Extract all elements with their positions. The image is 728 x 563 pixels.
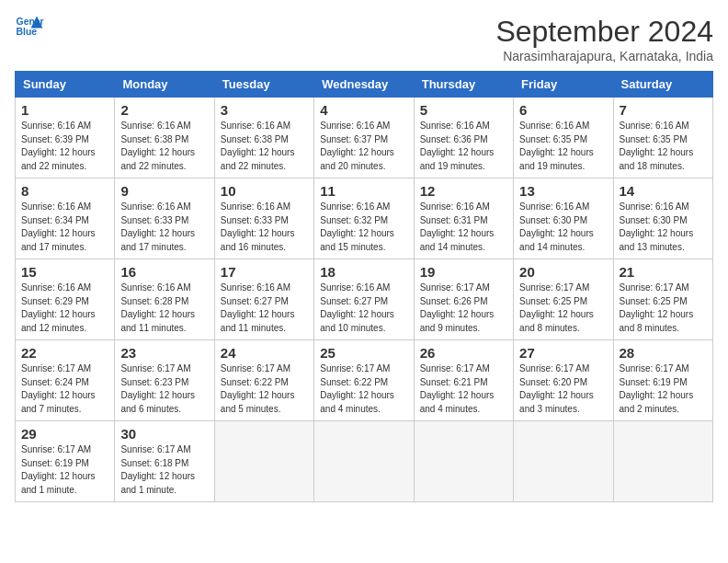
day-cell: 6 Sunrise: 6:16 AM Sunset: 6:35 PM Dayli…	[514, 98, 613, 178]
logo: General Blue	[15, 15, 44, 40]
sunrise: Sunrise: 6:16 AM	[120, 121, 190, 131]
day-number: 28	[620, 345, 707, 361]
sunset: Sunset: 6:22 PM	[320, 377, 388, 387]
day-cell: 16 Sunrise: 6:16 AM Sunset: 6:28 PM Dayl…	[115, 259, 214, 340]
day-number: 12	[420, 183, 507, 199]
sunrise: Sunrise: 6:17 AM	[420, 282, 490, 293]
header-cell-sunday: Sunday	[16, 72, 115, 98]
daylight: Daylight: 12 hours and 20 minutes.	[320, 147, 394, 171]
day-info: Sunrise: 6:17 AM Sunset: 6:22 PM Dayligh…	[320, 362, 407, 416]
day-number: 21	[620, 264, 707, 280]
sunrise: Sunrise: 6:17 AM	[120, 363, 190, 373]
day-number: 25	[320, 345, 407, 361]
day-info: Sunrise: 6:16 AM Sunset: 6:29 PM Dayligh…	[21, 282, 108, 335]
day-number: 26	[420, 345, 507, 361]
daylight: Daylight: 12 hours and 1 minute.	[120, 471, 195, 495]
header-row: SundayMondayTuesdayWednesdayThursdayFrid…	[16, 72, 713, 98]
sunset: Sunset: 6:25 PM	[620, 296, 688, 306]
daylight: Daylight: 12 hours and 17 minutes.	[120, 228, 195, 252]
week-row-3: 15 Sunrise: 6:16 AM Sunset: 6:29 PM Dayl…	[16, 259, 713, 340]
day-cell: 4 Sunrise: 6:16 AM Sunset: 6:37 PM Dayli…	[314, 98, 414, 178]
daylight: Daylight: 12 hours and 19 minutes.	[420, 147, 495, 171]
day-cell: 30 Sunrise: 6:17 AM Sunset: 6:18 PM Dayl…	[115, 421, 214, 502]
day-info: Sunrise: 6:17 AM Sunset: 6:25 PM Dayligh…	[519, 282, 607, 335]
sunrise: Sunrise: 6:16 AM	[320, 121, 390, 131]
day-number: 20	[519, 264, 607, 280]
day-cell: 23 Sunrise: 6:17 AM Sunset: 6:23 PM Dayl…	[115, 340, 214, 421]
sunrise: Sunrise: 6:17 AM	[21, 444, 91, 454]
daylight: Daylight: 12 hours and 3 minutes.	[519, 390, 594, 414]
day-number: 13	[519, 183, 607, 199]
day-number: 19	[420, 264, 507, 280]
header-cell-wednesday: Wednesday	[314, 72, 414, 98]
sunset: Sunset: 6:19 PM	[21, 458, 89, 468]
header-cell-saturday: Saturday	[613, 72, 712, 98]
day-cell: 17 Sunrise: 6:16 AM Sunset: 6:27 PM Dayl…	[214, 259, 313, 340]
sunset: Sunset: 6:25 PM	[519, 296, 587, 306]
sunrise: Sunrise: 6:16 AM	[320, 201, 390, 212]
daylight: Daylight: 12 hours and 5 minutes.	[221, 390, 295, 414]
sunrise: Sunrise: 6:16 AM	[21, 282, 91, 293]
day-info: Sunrise: 6:16 AM Sunset: 6:28 PM Dayligh…	[120, 282, 208, 335]
day-cell: 24 Sunrise: 6:17 AM Sunset: 6:22 PM Dayl…	[214, 340, 313, 421]
sunrise: Sunrise: 6:16 AM	[21, 121, 91, 131]
sunset: Sunset: 6:37 PM	[320, 134, 388, 144]
daylight: Daylight: 12 hours and 22 minutes.	[120, 147, 195, 171]
sunrise: Sunrise: 6:16 AM	[221, 201, 290, 212]
sunset: Sunset: 6:39 PM	[21, 134, 89, 144]
sunrise: Sunrise: 6:16 AM	[21, 201, 91, 212]
location: Narasimharajapura, Karnataka, India	[495, 49, 713, 63]
day-cell: 15 Sunrise: 6:16 AM Sunset: 6:29 PM Dayl…	[16, 259, 115, 340]
day-info: Sunrise: 6:16 AM Sunset: 6:35 PM Dayligh…	[620, 120, 707, 173]
sunset: Sunset: 6:35 PM	[620, 134, 688, 144]
sunset: Sunset: 6:33 PM	[120, 215, 188, 225]
sunset: Sunset: 6:20 PM	[519, 377, 587, 387]
sunrise: Sunrise: 6:16 AM	[221, 282, 290, 293]
daylight: Daylight: 12 hours and 22 minutes.	[21, 147, 96, 171]
day-number: 14	[620, 183, 707, 199]
day-info: Sunrise: 6:16 AM Sunset: 6:39 PM Dayligh…	[21, 120, 108, 173]
day-info: Sunrise: 6:17 AM Sunset: 6:24 PM Dayligh…	[21, 362, 108, 416]
day-number: 7	[620, 102, 707, 118]
day-cell	[214, 421, 313, 502]
day-number: 27	[519, 345, 607, 361]
daylight: Daylight: 12 hours and 7 minutes.	[21, 390, 96, 414]
day-cell: 11 Sunrise: 6:16 AM Sunset: 6:32 PM Dayl…	[314, 178, 414, 259]
day-info: Sunrise: 6:16 AM Sunset: 6:38 PM Dayligh…	[221, 120, 308, 173]
daylight: Daylight: 12 hours and 15 minutes.	[320, 228, 394, 252]
day-cell: 19 Sunrise: 6:17 AM Sunset: 6:26 PM Dayl…	[414, 259, 513, 340]
week-row-5: 29 Sunrise: 6:17 AM Sunset: 6:19 PM Dayl…	[16, 421, 713, 502]
day-cell: 14 Sunrise: 6:16 AM Sunset: 6:30 PM Dayl…	[613, 178, 712, 259]
sunset: Sunset: 6:27 PM	[221, 296, 289, 306]
day-cell: 29 Sunrise: 6:17 AM Sunset: 6:19 PM Dayl…	[16, 421, 115, 502]
day-cell: 28 Sunrise: 6:17 AM Sunset: 6:19 PM Dayl…	[613, 340, 712, 421]
sunrise: Sunrise: 6:17 AM	[620, 363, 689, 373]
sunset: Sunset: 6:30 PM	[620, 215, 688, 225]
day-number: 4	[320, 102, 407, 118]
day-cell: 7 Sunrise: 6:16 AM Sunset: 6:35 PM Dayli…	[613, 98, 712, 178]
sunset: Sunset: 6:38 PM	[221, 134, 289, 144]
day-cell: 2 Sunrise: 6:16 AM Sunset: 6:38 PM Dayli…	[115, 98, 214, 178]
sunrise: Sunrise: 6:17 AM	[21, 363, 91, 373]
day-info: Sunrise: 6:16 AM Sunset: 6:30 PM Dayligh…	[519, 201, 607, 254]
sunset: Sunset: 6:35 PM	[519, 134, 587, 144]
sunrise: Sunrise: 6:17 AM	[620, 282, 689, 293]
sunset: Sunset: 6:19 PM	[620, 377, 688, 387]
sunset: Sunset: 6:29 PM	[21, 296, 89, 306]
sunrise: Sunrise: 6:17 AM	[519, 282, 589, 293]
header-cell-thursday: Thursday	[414, 72, 513, 98]
day-info: Sunrise: 6:16 AM Sunset: 6:32 PM Dayligh…	[320, 201, 407, 254]
day-cell	[613, 421, 712, 502]
day-number: 16	[120, 264, 208, 280]
day-number: 23	[120, 345, 208, 361]
sunrise: Sunrise: 6:16 AM	[620, 201, 689, 212]
day-cell: 18 Sunrise: 6:16 AM Sunset: 6:27 PM Dayl…	[314, 259, 414, 340]
sunrise: Sunrise: 6:16 AM	[420, 201, 490, 212]
daylight: Daylight: 12 hours and 14 minutes.	[420, 228, 495, 252]
day-number: 10	[221, 183, 308, 199]
sunrise: Sunrise: 6:17 AM	[221, 363, 290, 373]
day-info: Sunrise: 6:17 AM Sunset: 6:25 PM Dayligh…	[620, 282, 707, 335]
sunrise: Sunrise: 6:17 AM	[120, 444, 190, 454]
sunset: Sunset: 6:24 PM	[21, 377, 89, 387]
week-row-2: 8 Sunrise: 6:16 AM Sunset: 6:34 PM Dayli…	[16, 178, 713, 259]
